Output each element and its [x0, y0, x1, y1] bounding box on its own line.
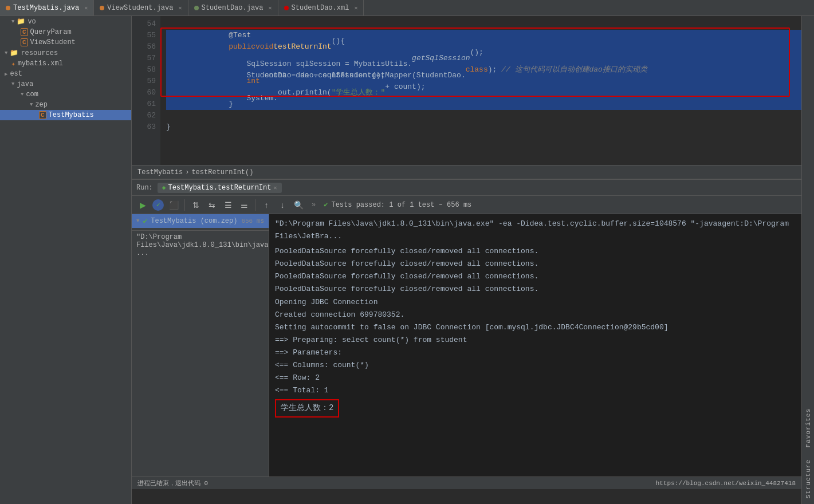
class-icon-testmybatis: C	[39, 111, 46, 119]
main-area: ▼ 📁 vo C QueryParam C ViewStudent ▼ 📁 re…	[0, 16, 814, 504]
console-line-10: <== Columns: count(*)	[275, 359, 796, 372]
command-output: "D:\Program Files\Java\jdk1.8.0_131\bin\…	[132, 230, 269, 259]
run-test-list: ▼ ✔ TestMybatis (com.zep) 656 ms "D:\Pro…	[132, 214, 269, 477]
code-editor[interactable]: 54 55 56 57 58 59 60 61 62 63 @Test	[132, 16, 801, 165]
sidebar-item-mybatis-xml[interactable]: ✦ mybatis.xml	[0, 58, 131, 69]
code-line-55: @Test	[166, 30, 801, 41]
console-line-9: ==> Parameters:	[275, 346, 796, 359]
console-line-5: Opening JDBC Connection	[275, 296, 796, 309]
tab-close-studentdao-xml[interactable]: ✕	[354, 5, 357, 11]
test-pass-icon: ✔	[324, 200, 328, 209]
xml-icon: ✦	[11, 60, 15, 68]
sort-button[interactable]: ⇆	[206, 199, 218, 211]
console-line-3: PooledDataSource forcefully closed/remov…	[275, 270, 796, 283]
structure-label[interactable]: Structure	[805, 459, 812, 498]
run-tab[interactable]: ◆ TestMybatis.testReturnInt ✕	[158, 183, 282, 193]
check-button[interactable]: ✓	[152, 199, 164, 211]
sidebar: ▼ 📁 vo C QueryParam C ViewStudent ▼ 📁 re…	[0, 16, 132, 504]
test-time: 656 ms	[241, 218, 264, 225]
tab-icon-studentdao-xml	[284, 6, 289, 10]
toolbar-separator-2	[255, 199, 255, 211]
console-line-8: ==> Preparing: select count(*) from stud…	[275, 334, 796, 346]
test-check-icon: ✔	[143, 216, 147, 226]
folder-icon: 📁	[17, 17, 25, 26]
rerun-button[interactable]: ⇅	[190, 199, 202, 211]
tab-close-studentdao[interactable]: ✕	[269, 5, 272, 11]
tab-bar: TestMybatis.java ✕ ViewStudent.java ✕ St…	[0, 0, 814, 16]
arrow-icon-java: ▼	[11, 81, 14, 87]
status-url: https://blog.csdn.net/weixin_44827418	[656, 480, 796, 487]
run-tab-close-icon[interactable]: ✕	[273, 184, 277, 191]
code-line-60: System.out.println("学生总人数："+ count);	[166, 87, 801, 99]
stop-button[interactable]: ⬛	[167, 199, 180, 211]
filter-button[interactable]: ⚌	[238, 199, 250, 211]
test-arrow-icon: ▼	[136, 218, 139, 224]
tab-close-viewstudent[interactable]: ✕	[178, 5, 182, 11]
tab-testmybatis[interactable]: TestMybatis.java ✕	[0, 0, 94, 15]
sidebar-item-queryparam[interactable]: C QueryParam	[0, 27, 131, 37]
right-sidebar: Favorites Structure	[801, 16, 814, 504]
console-result: 学生总人数：2	[275, 398, 796, 419]
tab-studentdao[interactable]: StudentDao.java ✕	[188, 0, 278, 15]
code-line-54	[166, 18, 801, 30]
run-toolbar: ▶ ✓ ⬛ ⇅ ⇆ ☰ ⚌ ↑ ↓ 🔍 » ✔ Tests passed: 1 …	[132, 196, 801, 214]
class-icon-viewstudent: C	[21, 38, 28, 46]
code-line-63: }	[166, 121, 801, 133]
run-tab-check-icon: ◆	[162, 184, 166, 191]
sidebar-item-vo[interactable]: ▼ 📁 vo	[0, 16, 131, 27]
sidebar-item-testmybatis[interactable]: C TestMybatis	[0, 110, 131, 120]
console-output[interactable]: "D:\Program Files\Java\jdk1.8.0_131\bin\…	[269, 214, 801, 477]
down-button[interactable]: ↓	[276, 199, 289, 211]
footer-text: 进程已结束，退出代码 0	[137, 479, 208, 487]
run-panel: Run: ◆ TestMybatis.testReturnInt ✕ ▶ ✓ ⬛…	[132, 179, 801, 477]
console-line-7: Setting autocommit to false on JDBC Conn…	[275, 321, 796, 334]
console-line-1: PooledDataSource forcefully closed/remov…	[275, 245, 796, 258]
search-button[interactable]: 🔍	[292, 199, 305, 211]
run-header: Run: ◆ TestMybatis.testReturnInt ✕	[132, 180, 801, 196]
arrow-icon-com: ▼	[21, 92, 23, 97]
code-content[interactable]: @Test public void testReturnInt(){ SqlSe…	[160, 16, 801, 165]
class-icon-queryparam: C	[21, 28, 28, 36]
breadcrumb: TestMybatis › testReturnInt()	[132, 165, 801, 179]
tab-studentdao-xml[interactable]: StudentDao.xml ✕	[278, 0, 364, 15]
folder-icon-resources: 📁	[10, 49, 18, 57]
toolbar-separator-1	[184, 199, 185, 211]
tab-viewstudent[interactable]: ViewStudent.java ✕	[94, 0, 188, 15]
editor-area: 54 55 56 57 58 59 60 61 62 63 @Test	[132, 16, 801, 504]
result-highlight: 学生总人数：2	[275, 399, 339, 418]
sidebar-item-zep[interactable]: ▼ zep	[0, 100, 131, 110]
favorites-label[interactable]: Favorites	[805, 408, 812, 447]
arrow-icon-zep: ▼	[30, 102, 33, 108]
sidebar-item-est[interactable]: ▶ est	[0, 69, 131, 79]
sidebar-item-resources[interactable]: ▼ 📁 resources	[0, 48, 131, 58]
code-line-62	[166, 110, 801, 121]
status-bar: 进程已结束，退出代码 0 https://blog.csdn.net/weixi…	[132, 477, 801, 489]
run-output-panel: "D:\Program Files\Java\jdk1.8.0_131\bin\…	[269, 214, 801, 477]
sidebar-item-com[interactable]: ▼ com	[0, 89, 131, 100]
list-button[interactable]: ☰	[222, 199, 234, 211]
run-body: ▼ ✔ TestMybatis (com.zep) 656 ms "D:\Pro…	[132, 214, 801, 477]
up-button[interactable]: ↑	[260, 199, 273, 211]
line-numbers: 54 55 56 57 58 59 60 61 62 63	[132, 16, 160, 165]
console-line-2: PooledDataSource forcefully closed/remov…	[275, 258, 796, 270]
run-test-item[interactable]: ▼ ✔ TestMybatis (com.zep) 656 ms	[132, 214, 269, 228]
console-line-11: <== Row: 2	[275, 372, 796, 384]
arrow-icon-resources: ▼	[5, 50, 7, 56]
play-button[interactable]: ▶	[136, 199, 149, 211]
sidebar-item-java[interactable]: ▼ java	[0, 79, 131, 89]
sidebar-item-viewstudent[interactable]: C ViewStudent	[0, 37, 131, 48]
tab-icon-viewstudent	[100, 6, 104, 10]
tab-icon-testmybatis	[6, 6, 10, 10]
run-label: Run:	[136, 184, 153, 192]
arrow-icon-est: ▶	[5, 71, 7, 77]
tab-close-testmybatis[interactable]: ✕	[84, 5, 88, 11]
test-status: Tests passed: 1 of 1 test – 656 ms	[331, 201, 471, 209]
arrow-icon: ▼	[11, 19, 14, 25]
tab-icon-studentdao	[194, 6, 199, 10]
console-line-4: PooledDataSource forcefully closed/remov…	[275, 283, 796, 296]
more-button[interactable]: »	[312, 201, 316, 209]
console-line-6: Created connection 699780352.	[275, 309, 796, 321]
console-line-12: <== Total: 1	[275, 384, 796, 397]
console-command: "D:\Program Files\Java\jdk1.8.0_131\bin\…	[275, 218, 796, 243]
